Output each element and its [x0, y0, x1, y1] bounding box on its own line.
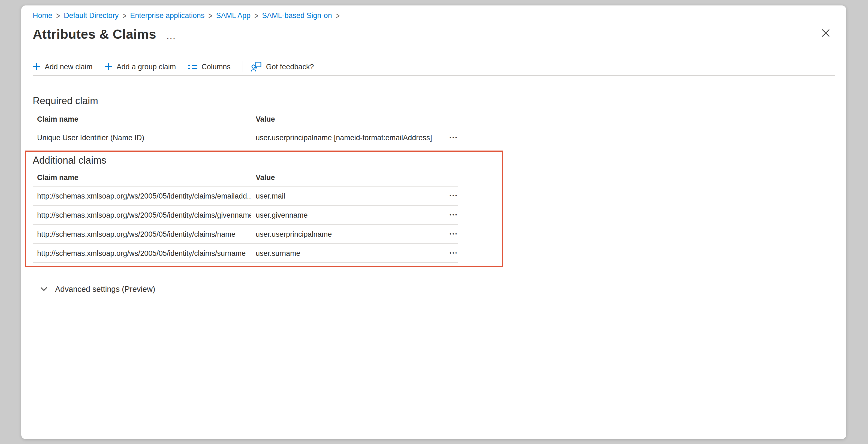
additional-claims-table: Claim name Value http://schemas.xmlsoap.… [33, 174, 458, 263]
claim-name-header: Claim name [33, 115, 251, 128]
close-icon [822, 29, 830, 37]
claim-name-cell: http://schemas.xmlsoap.org/ws/2005/05/id… [33, 205, 251, 225]
breadcrumb-default-directory[interactable]: Default Directory [64, 10, 119, 21]
claim-name-cell: http://schemas.xmlsoap.org/ws/2005/05/id… [33, 243, 251, 263]
feedback-icon [251, 61, 262, 72]
claim-name-header: Claim name [33, 174, 251, 186]
columns-label: Columns [202, 62, 230, 71]
claim-value-cell: user.userprincipalname [nameid-format:em… [251, 128, 432, 147]
claim-value-cell: user.givenname [251, 205, 432, 225]
row-actions-button[interactable]: ••• [450, 231, 458, 236]
close-button[interactable] [820, 27, 831, 38]
breadcrumb-saml-app[interactable]: SAML App [216, 10, 251, 21]
breadcrumb-separator: > [122, 8, 126, 23]
claim-value-cell: user.userprincipalname [251, 225, 432, 243]
table-row: Unique User Identifier (Name ID) user.us… [33, 128, 458, 147]
claim-value-cell: user.mail [251, 186, 432, 205]
row-actions-button[interactable]: ••• [450, 135, 458, 140]
attributes-claims-blade: Home > Default Directory > Enterprise ap… [21, 5, 846, 439]
value-header: Value [251, 174, 432, 186]
required-claim-table: Claim name Value Unique User Identifier … [33, 115, 458, 147]
page-title: Attributes & Claims [33, 27, 156, 42]
claim-name-cell: http://schemas.xmlsoap.org/ws/2005/05/id… [33, 225, 251, 243]
command-bar: Add new claim Add a group claim Columns [33, 61, 835, 72]
columns-icon [188, 62, 197, 71]
columns-button[interactable]: Columns [188, 62, 230, 71]
toolbar-rule [33, 75, 835, 76]
breadcrumb-separator: > [336, 8, 340, 23]
got-feedback-label: Got feedback? [266, 62, 314, 71]
additional-claims-heading: Additional claims [33, 154, 835, 167]
row-actions-button[interactable]: ••• [450, 193, 458, 198]
add-new-claim-button[interactable]: Add new claim [33, 62, 93, 71]
title-more-button[interactable]: … [166, 30, 177, 39]
claim-name-cell: http://schemas.xmlsoap.org/ws/2005/05/id… [33, 186, 251, 205]
breadcrumb-separator: > [254, 8, 258, 23]
breadcrumb: Home > Default Directory > Enterprise ap… [33, 10, 835, 21]
stage: Home > Default Directory > Enterprise ap… [0, 0, 868, 444]
breadcrumb-saml-based-sign-on[interactable]: SAML-based Sign-on [262, 10, 332, 21]
claim-value-cell: user.surname [251, 243, 432, 263]
got-feedback-button[interactable]: Got feedback? [251, 61, 314, 72]
add-group-claim-label: Add a group claim [117, 62, 176, 71]
add-group-claim-button[interactable]: Add a group claim [105, 62, 176, 71]
advanced-settings-label: Advanced settings (Preview) [55, 285, 155, 293]
breadcrumb-separator: > [208, 8, 212, 23]
plus-icon [105, 63, 112, 70]
breadcrumb-home[interactable]: Home [33, 10, 52, 21]
required-claim-heading: Required claim [33, 94, 835, 108]
value-header: Value [251, 115, 432, 128]
table-row: http://schemas.xmlsoap.org/ws/2005/05/id… [33, 186, 458, 205]
plus-icon [33, 63, 40, 70]
table-row: http://schemas.xmlsoap.org/ws/2005/05/id… [33, 225, 458, 243]
toolbar-divider [243, 61, 243, 72]
row-actions-button[interactable]: ••• [450, 250, 458, 256]
table-row: http://schemas.xmlsoap.org/ws/2005/05/id… [33, 205, 458, 225]
add-new-claim-label: Add new claim [45, 62, 93, 71]
table-row: http://schemas.xmlsoap.org/ws/2005/05/id… [33, 243, 458, 263]
title-row: Attributes & Claims … [33, 26, 835, 43]
row-actions-button[interactable]: ••• [450, 212, 458, 217]
table-header-row: Claim name Value [33, 174, 458, 186]
table-header-row: Claim name Value [33, 115, 458, 128]
chevron-down-icon [40, 287, 48, 291]
breadcrumb-separator: > [56, 8, 60, 23]
claim-name-cell: Unique User Identifier (Name ID) [33, 128, 251, 147]
breadcrumb-enterprise-applications[interactable]: Enterprise applications [130, 10, 205, 21]
advanced-settings-toggle[interactable]: Advanced settings (Preview) [40, 285, 835, 293]
